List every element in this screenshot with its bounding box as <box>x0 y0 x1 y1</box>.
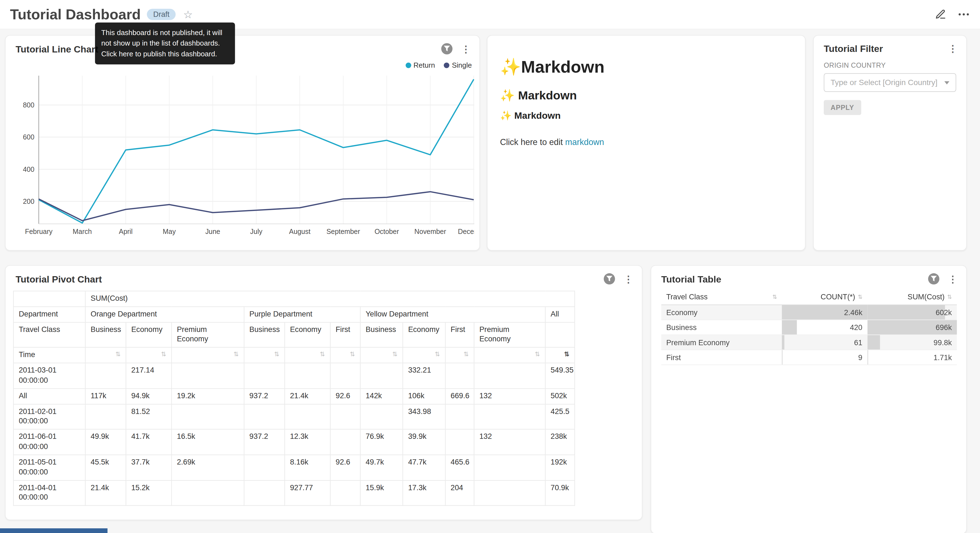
sort-icon[interactable]: ⇅ <box>274 351 279 359</box>
travel-class-cell: Premium Economy <box>661 335 782 349</box>
pivot-dimension-header: Department <box>14 306 85 322</box>
chart-menu-icon[interactable]: ⋮ <box>460 44 472 54</box>
sort-icon[interactable]: ⇅ <box>115 351 121 359</box>
pivot-value-cell <box>244 363 285 389</box>
legend-item-return[interactable]: Return <box>405 61 435 69</box>
value-bar <box>782 335 784 349</box>
dashboard-page: Tutorial Dashboard Draft ☆ This dashboar… <box>0 0 980 533</box>
sort-icon[interactable]: ⇅ <box>350 351 355 359</box>
sum-cell: 99.8k <box>867 335 957 349</box>
pivot-value-cell: 343.98 <box>403 404 445 429</box>
table-row[interactable]: First91.71k <box>661 350 957 365</box>
pivot-total-cell: 549.35 <box>545 363 574 389</box>
pivot-value-cell: 132 <box>474 389 545 404</box>
pivot-value-cell: 12.3k <box>285 429 330 455</box>
chart-menu-icon[interactable]: ⋮ <box>947 274 959 284</box>
column-header-count-[interactable]: COUNT(*)⇅ <box>782 289 867 305</box>
pivot-value-cell <box>445 404 474 429</box>
sort-icon[interactable]: ⇅ <box>858 294 862 300</box>
pivot-value-cell: 465.6 <box>445 455 474 480</box>
sort-icon[interactable]: ⇅ <box>947 294 952 300</box>
pivot-value-cell <box>474 480 545 506</box>
table-row[interactable]: Economy2.46k602k <box>661 305 957 320</box>
count-cell: 420 <box>782 320 867 335</box>
pivot-value-cell <box>331 429 361 455</box>
origin-country-select[interactable]: Type or Select [Origin Country] <box>824 73 956 92</box>
svg-text:November: November <box>414 228 446 235</box>
pivot-value-cell <box>172 404 244 429</box>
table-row[interactable]: Premium Economy6199.8k <box>661 335 957 349</box>
pivot-class-header: Economy <box>126 322 172 348</box>
pivot-value-cell <box>331 404 361 429</box>
pivot-value-cell <box>285 404 330 429</box>
markdown-card: ✨Markdown ✨ Markdown ✨ Markdown Click he… <box>487 35 806 251</box>
pivot-subdimension-header: Travel Class <box>14 322 85 348</box>
edit-icon[interactable] <box>935 9 946 20</box>
svg-text:600: 600 <box>23 133 35 141</box>
value-text: 602k <box>935 308 952 317</box>
sum-cell: 602k <box>867 305 957 320</box>
pivot-row-label: 2011-06-01 00:00:00 <box>14 429 85 455</box>
pivot-table-container: SUM(Cost)DepartmentOrange DepartmentPurp… <box>6 289 642 506</box>
pivot-value-cell: 19.2k <box>172 389 244 404</box>
value-text: 696k <box>935 323 952 332</box>
more-menu-icon[interactable] <box>957 8 970 21</box>
pivot-class-header: Business <box>244 322 285 348</box>
legend-item-single[interactable]: Single <box>444 61 472 69</box>
pivot-value-cell <box>360 404 403 429</box>
chart-menu-icon[interactable]: ⋮ <box>622 274 635 284</box>
cross-filter-icon[interactable] <box>441 43 452 54</box>
pivot-sorter-cell: ⇅ <box>474 348 545 363</box>
pivot-sorter-cell: ⇅ <box>360 348 403 363</box>
count-cell: 9 <box>782 350 867 365</box>
column-header-sum-cost-[interactable]: SUM(Cost)⇅ <box>867 289 957 305</box>
pivot-value-cell: 94.9k <box>126 389 172 404</box>
sort-icon[interactable]: ⇅ <box>161 351 166 359</box>
column-header-travel-class[interactable]: Travel Class⇅ <box>661 289 782 305</box>
pivot-value-cell: 927.77 <box>285 480 330 506</box>
svg-text:May: May <box>163 228 176 235</box>
pivot-value-cell: 2.69k <box>172 455 244 480</box>
pivot-value-cell: 17.3k <box>403 480 445 506</box>
pivot-sorter-cell: ⇅ <box>244 348 285 363</box>
pivot-department-header: Yellow Department <box>360 306 545 322</box>
sort-icon[interactable]: ⇅ <box>564 351 570 359</box>
sort-icon[interactable]: ⇅ <box>535 351 540 359</box>
pivot-value-cell: 92.6 <box>331 389 361 404</box>
sort-icon[interactable]: ⇅ <box>435 351 440 359</box>
sort-icon[interactable]: ⇅ <box>234 351 239 359</box>
markdown-edit-link[interactable]: markdown <box>565 137 604 147</box>
cross-filter-icon[interactable] <box>604 273 615 284</box>
svg-text:September: September <box>326 228 360 235</box>
pivot-value-cell <box>244 455 285 480</box>
pivot-value-cell <box>445 363 474 389</box>
pivot-total-cell: 425.5 <box>545 404 574 429</box>
sort-icon[interactable]: ⇅ <box>392 351 398 359</box>
cross-filter-icon[interactable] <box>928 273 939 284</box>
pivot-department-header: Orange Department <box>85 306 244 322</box>
svg-text:800: 800 <box>23 101 35 109</box>
pivot-time-header: Time <box>14 348 85 363</box>
pivot-value-cell: 204 <box>445 480 474 506</box>
value-text: 1.71k <box>934 353 952 362</box>
status-badge[interactable]: Draft <box>147 9 176 20</box>
favorite-star-icon[interactable]: ☆ <box>183 9 193 20</box>
travel-class-cell: First <box>661 350 782 365</box>
pivot-value-cell <box>85 363 126 389</box>
header-actions <box>935 8 970 21</box>
pivot-total-cell: 502k <box>545 389 574 404</box>
table-row[interactable]: Business420696k <box>661 320 957 335</box>
sort-icon[interactable]: ⇅ <box>320 351 325 359</box>
sort-icon[interactable]: ⇅ <box>463 351 469 359</box>
pivot-value-cell: 21.4k <box>285 389 330 404</box>
pivot-row-label: 2011-02-01 00:00:00 <box>14 404 85 429</box>
pivot-class-header: Premium Economy <box>474 322 545 348</box>
pivot-value-cell: 45.5k <box>85 455 126 480</box>
pivot-value-cell: 217.14 <box>126 363 172 389</box>
line-chart-canvas: 200400600800FebruaryMarchAprilMayJuneJul… <box>6 72 474 242</box>
filter-menu-icon[interactable]: ⋮ <box>947 44 959 53</box>
sort-icon[interactable]: ⇅ <box>772 294 777 300</box>
apply-button[interactable]: APPLY <box>824 100 861 115</box>
pivot-value-cell: 332.21 <box>403 363 445 389</box>
sum-cell: 1.71k <box>867 350 957 365</box>
